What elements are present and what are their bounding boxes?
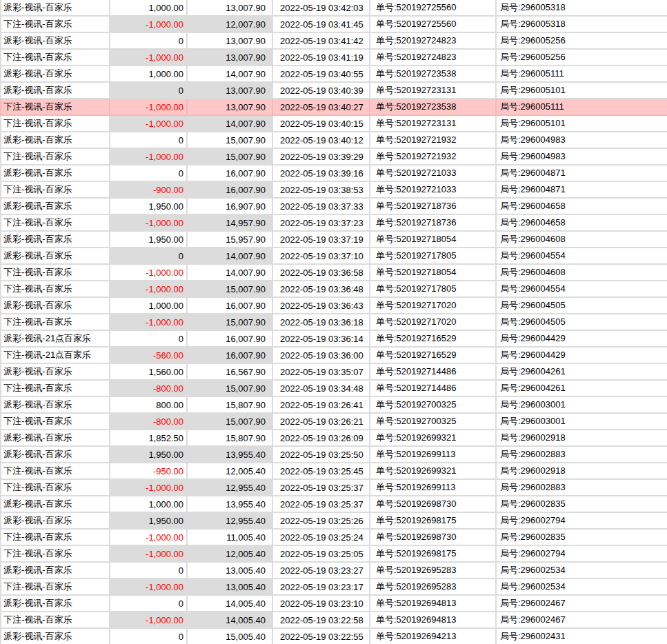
cell-datetime: 2022-05-19 03:40:39 [273,83,370,99]
cell-amount: -1,000.00 [110,480,188,496]
cell-transaction-type: 下注-视讯-百家乐 [0,480,110,496]
cell-datetime: 2022-05-19 03:26:21 [273,414,370,430]
cell-order-number: 单号:520192721033 [370,165,497,182]
cell-balance: 16,007.90 [188,182,273,199]
table-row: 派彩-视讯-百家乐 1,950.00 13,955.40 2022-05-19 … [0,447,667,463]
table-row: 下注-视讯-百家乐 -900.00 16,007.90 2022-05-19 0… [0,182,667,199]
table-row: 派彩-视讯-百家乐 0 16,007.90 2022-05-19 03:39:1… [0,165,667,182]
cell-order-number: 单号:520192718736 [370,215,497,232]
cell-order-number: 单号:520192724823 [370,50,497,66]
cell-round-number: 局号:296002883 [497,447,667,463]
cell-order-number: 单号:520192721932 [370,149,497,165]
cell-balance: 14,957.90 [188,215,273,232]
cell-balance: 16,007.90 [188,331,273,348]
cell-amount: 0 [110,629,188,644]
cell-transaction-type: 下注-视讯-百家乐 [0,546,110,563]
transactions-table-body: 派彩-视讯-百家乐 1,000.00 13,007.90 2022-05-19 … [0,0,667,644]
cell-round-number: 局号:296005111 [497,99,667,116]
cell-amount: 0 [110,248,188,265]
cell-order-number: 单号:520192695283 [370,579,497,596]
cell-amount: -1,000.00 [110,149,188,165]
cell-order-number: 单号:520192716529 [370,331,497,348]
cell-balance: 13,005.40 [188,563,273,579]
cell-order-number: 单号:520192717020 [370,314,497,331]
cell-datetime: 2022-05-19 03:36:00 [273,348,370,364]
table-row: 派彩-视讯-百家乐 1,000.00 14,007.90 2022-05-19 … [0,66,667,83]
cell-order-number: 单号:520192699113 [370,447,497,463]
cell-round-number: 局号:296004608 [497,265,667,281]
table-row: 派彩-视讯-百家乐 0 13,005.40 2022-05-19 03:23:2… [0,563,667,579]
cell-amount: 1,950.00 [110,232,188,248]
table-row: 下注-视讯-百家乐 -1,000.00 15,007.90 2022-05-19… [0,314,667,331]
cell-datetime: 2022-05-19 03:37:33 [273,199,370,215]
cell-transaction-type: 派彩-视讯-百家乐 [0,33,110,50]
cell-datetime: 2022-05-19 03:37:10 [273,248,370,265]
cell-round-number: 局号:296004554 [497,281,667,298]
cell-datetime: 2022-05-19 03:25:37 [273,480,370,496]
cell-amount: -1,000.00 [110,579,188,596]
cell-balance: 13,005.40 [188,579,273,596]
cell-amount: 0 [110,33,188,50]
cell-transaction-type: 派彩-视讯-百家乐 [0,248,110,265]
cell-round-number: 局号:296002534 [497,563,667,579]
cell-round-number: 局号:296002918 [497,430,667,447]
cell-datetime: 2022-05-19 03:40:15 [273,116,370,132]
table-row: 派彩-视讯-百家乐 0 13,007.90 2022-05-19 03:41:4… [0,33,667,50]
cell-balance: 14,007.90 [188,248,273,265]
table-row: 下注-视讯-百家乐 -1,000.00 13,007.90 2022-05-19… [0,99,667,116]
cell-amount: 1,950.00 [110,199,188,215]
cell-transaction-type: 下注-视讯-百家乐 [0,99,110,116]
cell-amount: -950.00 [110,463,188,480]
cell-transaction-type: 下注-视讯-百家乐 [0,17,110,33]
cell-amount: 0 [110,165,188,182]
cell-amount: -1,000.00 [110,612,188,629]
cell-amount: 1,000.00 [110,0,188,17]
cell-balance: 13,007.90 [188,33,273,50]
cell-transaction-type: 派彩-视讯-百家乐 [0,199,110,215]
table-row: 派彩-视讯-百家乐 1,000.00 16,007.90 2022-05-19 … [0,298,667,314]
cell-amount: 0 [110,132,188,149]
cell-datetime: 2022-05-19 03:23:10 [273,596,370,612]
cell-round-number: 局号:296004871 [497,165,667,182]
cell-transaction-type: 下注-视讯-百家乐 [0,281,110,298]
table-row: 派彩-视讯-百家乐 1,950.00 12,955.40 2022-05-19 … [0,513,667,530]
cell-round-number: 局号:296002883 [497,480,667,496]
cell-round-number: 局号:296004608 [497,232,667,248]
cell-order-number: 单号:520192700325 [370,414,497,430]
cell-balance: 15,007.90 [188,381,273,397]
cell-amount: 1,950.00 [110,447,188,463]
cell-datetime: 2022-05-19 03:40:12 [273,132,370,149]
cell-datetime: 2022-05-19 03:41:45 [273,17,370,33]
cell-datetime: 2022-05-19 03:36:43 [273,298,370,314]
cell-round-number: 局号:296004505 [497,298,667,314]
cell-balance: 11,005.40 [188,530,273,546]
cell-datetime: 2022-05-19 03:26:41 [273,397,370,414]
cell-amount: -1,000.00 [110,265,188,281]
cell-amount: 0 [110,331,188,348]
cell-order-number: 单号:520192718054 [370,232,497,248]
cell-transaction-type: 派彩-视讯-百家乐 [0,496,110,513]
cell-transaction-type: 派彩-视讯-百家乐 [0,563,110,579]
cell-datetime: 2022-05-19 03:36:18 [273,314,370,331]
cell-round-number: 局号:296004983 [497,149,667,165]
cell-amount: -1,000.00 [110,281,188,298]
table-row: 下注-视讯-百家乐 -1,000.00 15,007.90 2022-05-19… [0,281,667,298]
cell-transaction-type: 下注-视讯-百家乐 [0,612,110,629]
cell-transaction-type: 派彩-视讯-百家乐 [0,298,110,314]
cell-transaction-type: 派彩-视讯-百家乐 [0,132,110,149]
cell-amount: 1,000.00 [110,298,188,314]
cell-order-number: 单号:520192699321 [370,463,497,480]
cell-transaction-type: 下注-视讯-百家乐 [0,381,110,397]
cell-round-number: 局号:296002534 [497,579,667,596]
cell-amount: 1,950.00 [110,513,188,530]
cell-transaction-type: 派彩-视讯-百家乐 [0,165,110,182]
cell-transaction-type: 派彩-视讯-百家乐 [0,0,110,17]
cell-round-number: 局号:296004983 [497,132,667,149]
cell-transaction-type: 下注-视讯-百家乐 [0,149,110,165]
cell-order-number: 单号:520192723131 [370,83,497,99]
cell-datetime: 2022-05-19 03:42:03 [273,0,370,17]
cell-round-number: 局号:296005111 [497,66,667,83]
cell-balance: 12,005.40 [188,463,273,480]
cell-transaction-type: 下注-视讯-21点百家乐 [0,348,110,364]
table-row: 下注-视讯-21点百家乐 -560.00 16,007.90 2022-05-1… [0,348,667,364]
